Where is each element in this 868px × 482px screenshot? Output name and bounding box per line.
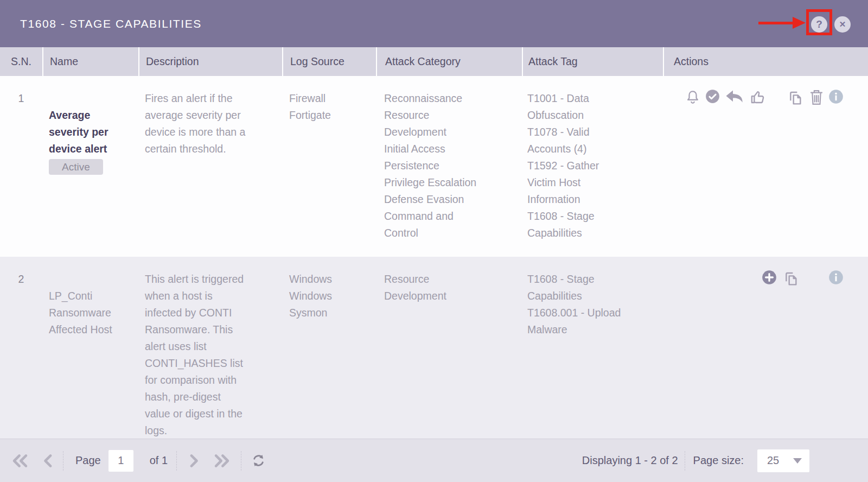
double-chevron-left-icon xyxy=(12,453,28,468)
row-serial-number: 1 xyxy=(0,76,42,257)
attack-tag-cell: T1001 - Data Obfuscation T1078 - Valid A… xyxy=(522,76,663,257)
table-row: 1 Average severity per device alert Acti… xyxy=(0,76,868,257)
thumbs-up-icon[interactable] xyxy=(749,89,766,105)
footer-divider xyxy=(176,451,177,471)
attack-category-cell: Resource Development xyxy=(376,257,522,439)
table-row: 2 LP_Conti Ransomware Affected Host This… xyxy=(0,257,868,439)
row-serial-number: 2 xyxy=(0,257,42,439)
annotation-arrow-head xyxy=(793,17,806,29)
first-page-button[interactable] xyxy=(12,453,28,468)
double-chevron-right-icon xyxy=(214,453,230,468)
log-source-cell: Firewall Fortigate xyxy=(282,76,376,257)
alert-name-cell: Average severity per device alert Active xyxy=(42,76,138,257)
info-icon[interactable] xyxy=(828,270,844,285)
annotation-arrow-line xyxy=(758,22,793,24)
alert-description: This alert is triggered when a host is i… xyxy=(138,257,282,439)
attack-tag-cell: T1608 - Stage Capabilities T1608.001 - U… xyxy=(522,257,663,439)
log-source-cell: Windows Windows Sysmon xyxy=(282,257,376,439)
page-title: T1608 - STAGE CAPABILITIES xyxy=(20,17,202,30)
copy-icon[interactable] xyxy=(786,89,805,106)
annotation-highlight-box xyxy=(806,9,832,35)
next-page-button[interactable] xyxy=(188,453,200,468)
copy-icon[interactable] xyxy=(782,270,800,287)
attack-category-cell: Reconnaissance Resource Development Init… xyxy=(376,76,522,257)
check-circle-icon[interactable] xyxy=(705,89,720,104)
stage-capabilities-window: T1608 - STAGE CAPABILITIES ? ✕ S.N. Name… xyxy=(0,0,868,482)
column-header-name[interactable]: Name xyxy=(42,47,138,76)
pagination-bar: Page of 1 Displaying 1 - 2 o xyxy=(0,439,868,482)
chevron-left-icon xyxy=(42,453,54,468)
previous-page-button[interactable] xyxy=(42,453,54,468)
alert-name: LP_Conti Ransomware Affected Host xyxy=(49,290,112,335)
close-icon: ✕ xyxy=(839,20,846,29)
page-size-value: 25 xyxy=(767,454,779,467)
footer-divider xyxy=(63,451,63,471)
titlebar: T1608 - STAGE CAPABILITIES ? ✕ xyxy=(0,0,868,47)
page-size-select[interactable]: 25 xyxy=(757,449,809,472)
footer-divider xyxy=(241,451,241,471)
column-header-actions[interactable]: Actions xyxy=(663,47,868,76)
chevron-down-icon xyxy=(793,458,802,464)
alert-description: Fires an alert if the average severity p… xyxy=(138,76,282,257)
column-header-attack-category[interactable]: Attack Category xyxy=(376,47,522,76)
column-header-sn[interactable]: S.N. xyxy=(0,47,42,76)
close-button[interactable]: ✕ xyxy=(834,16,851,33)
refresh-icon xyxy=(251,453,266,468)
undo-icon[interactable] xyxy=(725,89,744,105)
table-header-row: S.N. Name Description Log Source Attack … xyxy=(0,47,868,76)
chevron-right-icon xyxy=(188,453,200,468)
column-header-log-source[interactable]: Log Source xyxy=(282,47,376,76)
page-number-input[interactable] xyxy=(108,450,133,472)
plus-circle-icon[interactable] xyxy=(762,270,777,285)
footer-divider xyxy=(685,451,685,471)
page-size-label: Page size: xyxy=(693,454,744,467)
alert-name-cell: LP_Conti Ransomware Affected Host xyxy=(42,257,138,439)
status-badge: Active xyxy=(49,159,103,175)
last-page-button[interactable] xyxy=(214,453,230,468)
actions-cell xyxy=(663,257,868,439)
page-label: Page xyxy=(75,454,101,467)
actions-cell xyxy=(663,76,868,257)
displaying-range-label: Displaying 1 - 2 of 2 xyxy=(582,454,678,467)
refresh-button[interactable] xyxy=(251,453,266,468)
bell-icon[interactable] xyxy=(685,89,700,106)
column-header-attack-tag[interactable]: Attack Tag xyxy=(522,47,663,76)
alert-name: Average severity per device alert xyxy=(49,109,108,155)
column-header-description[interactable]: Description xyxy=(138,47,282,76)
trash-icon[interactable] xyxy=(809,89,824,106)
page-count-label: of 1 xyxy=(150,454,168,467)
info-icon[interactable] xyxy=(828,89,844,104)
